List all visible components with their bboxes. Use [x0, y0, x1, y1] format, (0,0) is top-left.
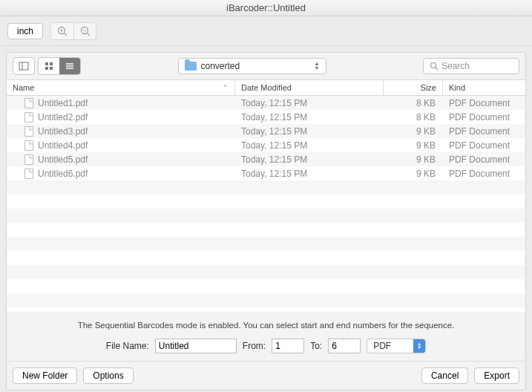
- table-row[interactable]: Untitled4.pdfToday, 12:15 PM9 KBPDF Docu…: [7, 138, 525, 152]
- table-row: [7, 265, 525, 279]
- export-button[interactable]: Export: [474, 368, 519, 384]
- file-date: Today, 12:15 PM: [235, 112, 384, 122]
- table-row: [7, 279, 525, 293]
- search-input[interactable]: Search: [423, 58, 519, 74]
- view-mode-group: [38, 57, 81, 75]
- table-row: [7, 195, 525, 209]
- table-row[interactable]: Untitled2.pdfToday, 12:15 PM8 KBPDF Docu…: [7, 110, 525, 124]
- table-row[interactable]: Untitled1.pdfToday, 12:15 PM8 KBPDF Docu…: [7, 96, 525, 110]
- file-kind: PDF Document: [443, 154, 525, 165]
- svg-rect-11: [45, 67, 48, 70]
- new-folder-button[interactable]: New Folder: [13, 368, 77, 384]
- to-label: To:: [310, 341, 322, 351]
- zoom-in-icon[interactable]: [51, 23, 73, 39]
- to-input[interactable]: [328, 339, 361, 353]
- table-row: [7, 180, 525, 195]
- file-size: 9 KB: [384, 126, 443, 137]
- svg-line-17: [436, 68, 438, 70]
- table-row: [7, 209, 525, 223]
- file-date: Today, 12:15 PM: [235, 154, 384, 165]
- header-size[interactable]: Size: [384, 80, 443, 95]
- svg-point-16: [431, 63, 436, 68]
- file-name: Untitled1.pdf: [38, 98, 88, 108]
- chevron-updown-icon: ▲▼: [315, 62, 320, 71]
- icon-view-button[interactable]: [39, 58, 59, 74]
- sort-asc-icon: ⌃: [223, 84, 229, 91]
- file-size: 9 KB: [384, 154, 443, 165]
- window-title: iBarcoder::Untitled: [0, 0, 532, 16]
- folder-icon: [185, 62, 197, 71]
- footer: New Folder Options Cancel Export: [7, 361, 525, 390]
- table-row[interactable]: Untitled3.pdfToday, 12:15 PM9 KBPDF Docu…: [7, 124, 525, 138]
- header-name[interactable]: Name⌃: [7, 80, 235, 95]
- chevron-updown-icon: ▲▼: [413, 339, 425, 353]
- table-row[interactable]: Untitled5.pdfToday, 12:15 PM9 KBPDF Docu…: [7, 152, 525, 166]
- list-view-button[interactable]: [59, 58, 80, 74]
- file-size: 9 KB: [384, 169, 443, 179]
- file-icon: [24, 98, 33, 108]
- file-kind: PDF Document: [443, 112, 525, 122]
- app-toolbar: inch: [0, 16, 532, 46]
- zoom-group: [50, 22, 96, 40]
- format-select[interactable]: PDF ▲▼: [367, 339, 426, 353]
- file-kind: PDF Document: [443, 126, 525, 137]
- file-size: 8 KB: [384, 98, 443, 108]
- file-icon: [24, 169, 33, 179]
- file-icon: [24, 140, 33, 151]
- file-kind: PDF Document: [443, 98, 525, 108]
- table-row: [7, 251, 525, 265]
- file-date: Today, 12:15 PM: [235, 126, 384, 137]
- file-icon: [24, 112, 33, 122]
- svg-rect-12: [50, 67, 53, 70]
- filename-input[interactable]: [155, 339, 237, 353]
- options-button[interactable]: Options: [83, 368, 133, 384]
- svg-rect-10: [50, 62, 53, 65]
- file-name: Untitled4.pdf: [38, 140, 88, 151]
- file-size: 9 KB: [384, 140, 443, 151]
- file-date: Today, 12:15 PM: [235, 140, 384, 151]
- header-kind[interactable]: Kind: [443, 80, 525, 95]
- file-icon: [24, 154, 33, 165]
- export-form: File Name: From: To: PDF ▲▼: [7, 336, 525, 361]
- file-name: Untitled5.pdf: [38, 154, 88, 165]
- svg-rect-9: [45, 62, 48, 65]
- file-name: Untitled3.pdf: [38, 126, 88, 137]
- file-size: 8 KB: [384, 112, 443, 122]
- file-list[interactable]: Untitled1.pdfToday, 12:15 PM8 KBPDF Docu…: [7, 96, 525, 312]
- info-message: The Sequential Barcodes mode is enabled.…: [7, 312, 525, 336]
- file-name: Untitled2.pdf: [38, 112, 88, 122]
- search-icon: [430, 62, 439, 71]
- file-kind: PDF Document: [443, 169, 525, 179]
- cancel-button[interactable]: Cancel: [421, 368, 468, 384]
- filename-label: File Name:: [106, 341, 149, 351]
- zoom-out-icon[interactable]: [73, 23, 96, 39]
- svg-line-5: [87, 33, 90, 36]
- file-date: Today, 12:15 PM: [235, 98, 384, 108]
- table-row: [7, 223, 525, 237]
- from-input[interactable]: [272, 339, 304, 353]
- svg-rect-7: [19, 62, 28, 70]
- table-row: [7, 293, 525, 307]
- svg-line-1: [65, 33, 68, 36]
- file-icon: [24, 126, 33, 137]
- nav-row: converted ▲▼ Search: [7, 53, 525, 79]
- table-row[interactable]: Untitled6.pdfToday, 12:15 PM9 KBPDF Docu…: [7, 166, 525, 180]
- unit-button[interactable]: inch: [7, 23, 43, 39]
- from-label: From:: [243, 341, 266, 351]
- folder-name: converted: [201, 61, 240, 71]
- file-kind: PDF Document: [443, 140, 525, 151]
- header-date[interactable]: Date Modified: [235, 80, 384, 95]
- save-panel: converted ▲▼ Search Name⌃ Date Modified …: [6, 52, 526, 391]
- file-date: Today, 12:15 PM: [235, 169, 384, 179]
- column-headers: Name⌃ Date Modified Size Kind: [7, 79, 525, 96]
- file-name: Untitled6.pdf: [38, 169, 88, 179]
- table-row: [7, 237, 525, 251]
- folder-selector[interactable]: converted ▲▼: [178, 58, 326, 74]
- search-placeholder: Search: [441, 61, 470, 71]
- format-value: PDF: [373, 341, 391, 351]
- sidebar-toggle[interactable]: [13, 57, 35, 75]
